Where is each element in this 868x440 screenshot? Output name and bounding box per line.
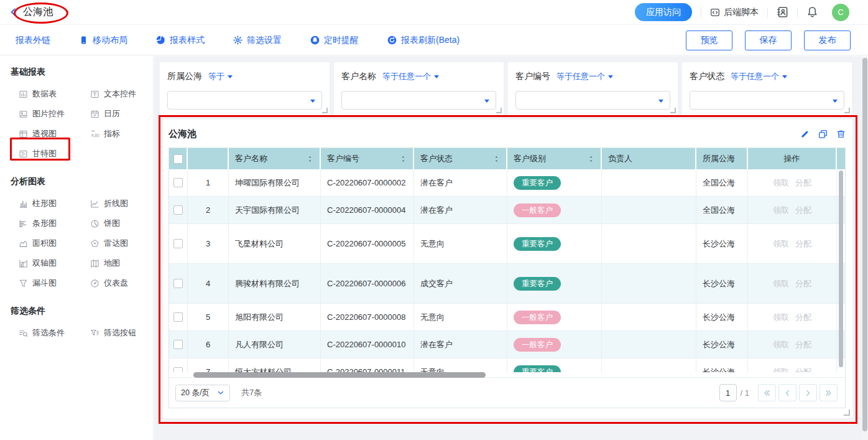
sidebar-item-radar-chart[interactable]: 雷达图 xyxy=(90,233,162,253)
row-checkbox[interactable] xyxy=(173,312,183,322)
row-action-link[interactable]: 领取 xyxy=(773,312,789,323)
sidebar-item-column-chart[interactable]: 柱形图 xyxy=(19,194,90,213)
sort-icon[interactable] xyxy=(307,155,313,163)
first-page-button[interactable] xyxy=(758,384,776,401)
pool: 长沙公海 xyxy=(703,278,735,289)
bell-icon[interactable] xyxy=(806,6,818,18)
row-action-link[interactable]: 领取 xyxy=(773,367,789,373)
select-all-checkbox[interactable] xyxy=(173,154,183,164)
row-action-link[interactable]: 分配 xyxy=(795,205,811,216)
row-checkbox[interactable] xyxy=(173,205,183,215)
filter-resize-handle[interactable] xyxy=(496,108,502,113)
tab-report-external-link[interactable]: 报表外链 xyxy=(16,35,50,46)
sidebar-item-indicator[interactable]: 4,80指标 xyxy=(90,124,162,144)
horizontal-scrollbar[interactable] xyxy=(193,372,486,378)
filter-value-select[interactable] xyxy=(167,91,322,110)
row-checkbox[interactable] xyxy=(173,178,183,187)
sidebar-item-calendar[interactable]: 日历 xyxy=(90,104,162,124)
header-cell-customer-status[interactable]: 客户状态 xyxy=(414,148,507,169)
filter-value-select[interactable] xyxy=(515,91,670,110)
filter-operator-label: 等于任意一个 xyxy=(382,71,431,82)
sidebar-item-area-chart[interactable]: 面积图 xyxy=(19,233,90,253)
filter-operator-dropdown[interactable]: 等于任意一个 xyxy=(382,71,439,82)
line-chart-icon xyxy=(90,199,99,208)
sidebar-item-dual-axis-chart[interactable]: 双轴图 xyxy=(19,253,90,273)
header-cell-customer-level[interactable]: 客户级别 xyxy=(507,148,602,169)
row-action-link[interactable]: 分配 xyxy=(795,278,811,289)
sidebar-item-label: 地图 xyxy=(104,258,120,269)
publish-button[interactable]: 发布 xyxy=(804,30,851,50)
preview-button[interactable]: 预览 xyxy=(686,30,732,50)
sort-icon[interactable] xyxy=(400,155,407,163)
avatar[interactable]: C xyxy=(832,4,849,21)
filter-operator-dropdown[interactable]: 等于 xyxy=(208,71,233,82)
save-button[interactable]: 保存 xyxy=(745,30,792,50)
back-icon[interactable] xyxy=(9,7,18,17)
sidebar-item-pie-chart[interactable]: 饼图 xyxy=(90,213,162,233)
contacts-icon[interactable] xyxy=(777,6,788,18)
sidebar-item-filter-button[interactable]: 筛选按钮 xyxy=(90,323,162,343)
prev-page-button[interactable] xyxy=(778,384,796,401)
row-action-link[interactable]: 领取 xyxy=(773,339,789,350)
sidebar-item-data-table[interactable]: 数据表 xyxy=(19,84,90,104)
sidebar-item-funnel-chart[interactable]: 漏斗图 xyxy=(19,273,90,293)
pool: 长沙公海 xyxy=(703,367,735,373)
backend-script-label: 后端脚本 xyxy=(724,7,759,18)
filter-value-select[interactable] xyxy=(690,91,844,110)
header-cell-customer-name[interactable]: 客户名称 xyxy=(229,148,321,169)
row-action-link[interactable]: 分配 xyxy=(795,238,811,250)
sidebar-item-gauge[interactable]: 仪表盘 xyxy=(90,273,162,293)
current-page-input[interactable]: 1 xyxy=(719,384,737,401)
delete-icon[interactable] xyxy=(836,129,846,139)
row-action-link[interactable]: 分配 xyxy=(795,177,811,189)
row-action-link[interactable]: 分配 xyxy=(795,339,811,350)
copy-icon[interactable] xyxy=(818,129,828,139)
row-action-link[interactable]: 领取 xyxy=(773,177,789,189)
row-action-link[interactable]: 分配 xyxy=(795,367,811,373)
table-row: 3飞星材料公司C-20220607-0000005无意向重要客户长沙公海领取分配 xyxy=(169,224,845,264)
tab-mobile-layout[interactable]: 移动布局 xyxy=(79,35,127,46)
sidebar-item-text-widget[interactable]: 文本控件 xyxy=(90,84,162,104)
row-checkbox[interactable] xyxy=(173,239,183,248)
filter-resize-handle[interactable] xyxy=(670,108,676,113)
tab-report-refresh[interactable]: 报表刷新(Beta) xyxy=(387,35,459,46)
sidebar-item-map[interactable]: 地图 xyxy=(90,253,162,273)
sidebar-item-image-widget[interactable]: 图片控件 xyxy=(19,104,90,124)
row-checkbox[interactable] xyxy=(173,279,183,288)
row-action-link[interactable]: 领取 xyxy=(773,278,789,289)
row-action-link[interactable]: 领取 xyxy=(773,205,789,216)
sidebar-item-bar-chart[interactable]: 条形图 xyxy=(19,213,90,233)
header-cell-customer-code[interactable]: 客户编号 xyxy=(321,148,414,169)
filter-operator-dropdown[interactable]: 等于任意一个 xyxy=(556,71,613,82)
table-body: 1坤曜国际有限公司C-20220607-0000002潜在客户重要客户全国公海领… xyxy=(169,169,845,372)
row-checkbox[interactable] xyxy=(173,367,183,372)
sidebar-item-gantt[interactable]: 甘特图 xyxy=(19,144,90,164)
text-widget-icon xyxy=(90,90,99,99)
tab-scheduled-reminder[interactable]: 定时提醒 xyxy=(310,35,359,46)
tab-filter-settings[interactable]: 筛选设置 xyxy=(233,35,282,46)
sidebar-item-line-chart[interactable]: 折线图 xyxy=(90,194,162,213)
widget-resize-handle[interactable] xyxy=(844,410,850,416)
sort-icon[interactable] xyxy=(588,155,594,163)
sidebar-item-label: 透视图 xyxy=(32,128,57,139)
filter-value-select[interactable] xyxy=(341,91,496,110)
filter-resize-handle[interactable] xyxy=(322,108,328,113)
app-access-button[interactable]: 应用访问 xyxy=(635,3,692,21)
edit-icon[interactable] xyxy=(800,129,810,139)
row-checkbox[interactable] xyxy=(173,340,183,349)
filter-resize-handle[interactable] xyxy=(844,108,850,113)
filter-operator-dropdown[interactable]: 等于任意一个 xyxy=(731,71,787,82)
last-page-button[interactable] xyxy=(820,384,838,401)
sidebar-item-label: 柱形图 xyxy=(32,198,57,209)
row-action-link[interactable]: 领取 xyxy=(773,238,789,250)
tab-report-style[interactable]: 报表样式 xyxy=(156,35,205,46)
vertical-scrollbar[interactable] xyxy=(839,171,843,367)
sidebar-item-filter-condition[interactable]: 筛选条件 xyxy=(19,323,90,343)
row-action-link[interactable]: 分配 xyxy=(795,312,811,323)
next-page-button[interactable] xyxy=(799,384,817,401)
backend-script-button[interactable]: 后端脚本 xyxy=(710,7,759,18)
sidebar-item-pivot[interactable]: 透视图 xyxy=(19,124,90,144)
sort-icon[interactable] xyxy=(493,155,500,163)
page-scrollbar-thumb[interactable] xyxy=(862,58,867,431)
page-size-select[interactable]: 20 条/页 xyxy=(175,385,230,401)
